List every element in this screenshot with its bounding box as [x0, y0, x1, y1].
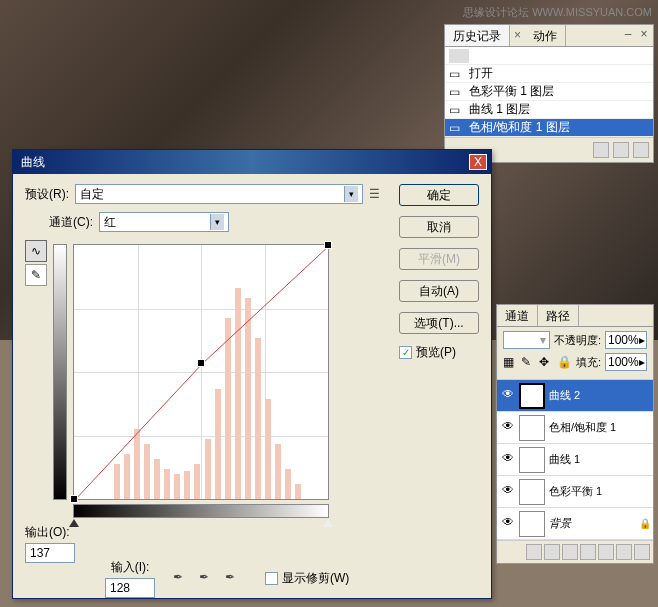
black-eyedropper-icon[interactable]: ✒: [173, 570, 191, 588]
title-bar[interactable]: 曲线 X: [13, 150, 491, 174]
lock-transparent-icon[interactable]: ▦: [503, 355, 517, 369]
tab-channels-label: 通道: [505, 309, 529, 323]
tab-paths[interactable]: 路径: [538, 305, 579, 326]
fx-icon[interactable]: [544, 544, 560, 560]
gray-eyedropper-icon[interactable]: ✒: [199, 570, 217, 588]
fill-input[interactable]: 100%▸: [605, 353, 647, 371]
layers-panel: 通道 路径 ▾ 不透明度: 100%▸ ▦ ✎ ✥ 🔒 填充: 100%▸ 👁 …: [496, 304, 654, 564]
history-list: ▭打开 ▭色彩平衡 1 图层 ▭曲线 1 图层 ▭色相/饱和度 1 图层: [445, 47, 653, 137]
hue-sat-icon: ▭: [449, 121, 465, 135]
trash-icon[interactable]: [633, 142, 649, 158]
svg-line-0: [74, 364, 202, 499]
history-thumb-row[interactable]: [445, 47, 653, 65]
ok-button[interactable]: 确定: [399, 184, 479, 206]
cancel-button[interactable]: 取消: [399, 216, 479, 238]
show-clip-checkbox[interactable]: [265, 572, 278, 585]
layer-name: 色彩平衡 1: [549, 484, 651, 499]
layer-row[interactable]: 👁 背景 🔒: [497, 508, 653, 540]
output-label: 输出(O):: [25, 524, 75, 541]
output-value: 137: [30, 546, 50, 560]
input-value-input[interactable]: 128: [105, 578, 155, 598]
curve-point[interactable]: [324, 241, 332, 249]
tab-channels[interactable]: 通道: [497, 305, 538, 326]
curve-point[interactable]: [197, 359, 205, 367]
lock-position-icon[interactable]: ✥: [539, 355, 553, 369]
channel-dropdown[interactable]: 红 ▾: [99, 212, 229, 232]
curve-point[interactable]: [70, 495, 78, 503]
chevron-down-icon: ▾: [540, 333, 546, 347]
opacity-input[interactable]: 100%▸: [605, 331, 647, 349]
lock-icon: 🔒: [639, 518, 651, 529]
snapshot-icon[interactable]: [613, 142, 629, 158]
curve-canvas[interactable]: [73, 244, 329, 500]
history-label: 打开: [469, 65, 493, 82]
new-layer-icon[interactable]: [616, 544, 632, 560]
preset-menu-icon[interactable]: ☰: [369, 187, 383, 201]
output-value-input[interactable]: 137: [25, 543, 75, 563]
history-item[interactable]: ▭色彩平衡 1 图层: [445, 83, 653, 101]
history-item[interactable]: ▭曲线 1 图层: [445, 101, 653, 119]
white-eyedropper-icon[interactable]: ✒: [225, 570, 243, 588]
layers-tabs: 通道 路径: [497, 305, 653, 327]
new-doc-from-state-icon[interactable]: [593, 142, 609, 158]
options-button[interactable]: 选项(T)...: [399, 312, 479, 334]
blend-mode-dropdown[interactable]: ▾: [503, 331, 550, 349]
visibility-eye-icon[interactable]: 👁: [499, 419, 517, 437]
tab-close-icon[interactable]: ×: [510, 25, 525, 46]
layer-thumb[interactable]: [519, 383, 545, 409]
tab-actions[interactable]: 动作: [525, 25, 566, 46]
svg-line-1: [202, 245, 328, 364]
white-slider[interactable]: [323, 519, 333, 527]
curve-mode-icons: ∿ ✎: [25, 240, 47, 518]
chevron-down-icon: ▾: [344, 186, 358, 202]
close-button[interactable]: X: [469, 154, 487, 170]
auto-button[interactable]: 自动(A): [399, 280, 479, 302]
visibility-eye-icon[interactable]: 👁: [499, 451, 517, 469]
layer-row[interactable]: 👁 曲线 1: [497, 444, 653, 476]
chevron-icon: ▸: [639, 333, 645, 347]
history-item[interactable]: ▭打开: [445, 65, 653, 83]
layer-thumb[interactable]: [519, 479, 545, 505]
visibility-eye-icon[interactable]: 👁: [499, 387, 517, 405]
minimize-icon[interactable]: –: [621, 27, 635, 39]
auto-label: 自动(A): [419, 284, 459, 298]
channel-value: 红: [104, 214, 116, 231]
input-value: 128: [110, 581, 130, 595]
tab-history[interactable]: 历史记录: [445, 25, 510, 46]
layer-thumb[interactable]: [519, 415, 545, 441]
trash-icon[interactable]: [634, 544, 650, 560]
color-balance-icon: ▭: [449, 85, 465, 99]
visibility-eye-icon[interactable]: 👁: [499, 483, 517, 501]
chevron-down-icon: ▾: [210, 214, 224, 230]
tab-history-label: 历史记录: [453, 29, 501, 43]
layer-thumb[interactable]: [519, 511, 545, 537]
history-item[interactable]: ▭色相/饱和度 1 图层: [445, 119, 653, 137]
layer-thumb[interactable]: [519, 447, 545, 473]
mask-icon[interactable]: [562, 544, 578, 560]
chevron-icon: ▸: [639, 355, 645, 369]
pencil-curve-icon[interactable]: ✎: [25, 264, 47, 286]
output-gradient: [53, 244, 67, 500]
adjustment-icon[interactable]: [580, 544, 596, 560]
layer-row[interactable]: 👁 曲线 2: [497, 380, 653, 412]
layer-row[interactable]: 👁 色相/饱和度 1: [497, 412, 653, 444]
open-icon: ▭: [449, 67, 465, 81]
options-label: 选项(T)...: [414, 316, 463, 330]
lock-pixels-icon[interactable]: ✎: [521, 355, 535, 369]
preview-checkbox[interactable]: ✓: [399, 346, 412, 359]
curve-line: [74, 245, 328, 499]
point-curve-icon[interactable]: ∿: [25, 240, 47, 262]
history-label: 色彩平衡 1 图层: [469, 83, 554, 100]
smooth-label: 平滑(M): [418, 252, 460, 266]
group-icon[interactable]: [598, 544, 614, 560]
layer-name: 曲线 2: [549, 388, 651, 403]
visibility-eye-icon[interactable]: 👁: [499, 515, 517, 533]
layer-row[interactable]: 👁 色彩平衡 1: [497, 476, 653, 508]
cancel-label: 取消: [427, 220, 451, 234]
panel-close-icon[interactable]: ×: [637, 27, 651, 39]
lock-all-icon[interactable]: 🔒: [557, 355, 571, 369]
preset-dropdown[interactable]: 自定 ▾: [75, 184, 363, 204]
black-slider[interactable]: [69, 519, 79, 527]
tab-paths-label: 路径: [546, 309, 570, 323]
link-icon[interactable]: [526, 544, 542, 560]
